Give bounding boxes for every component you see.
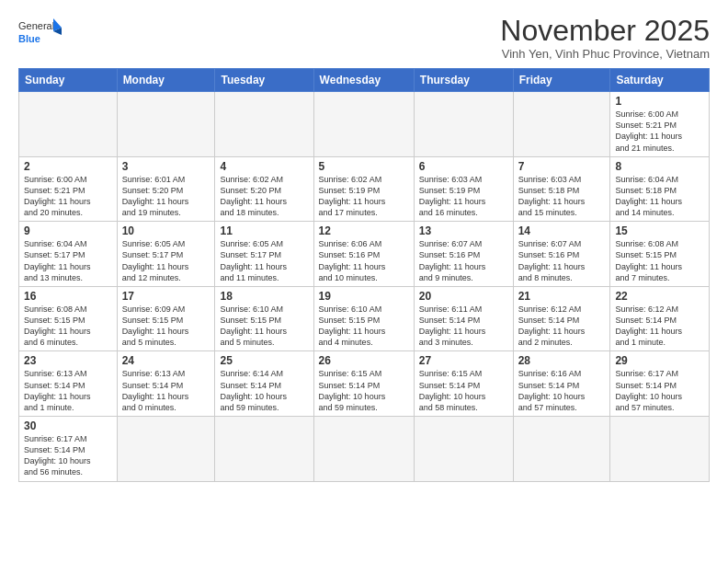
calendar-row-2: 2 Sunrise: 6:00 AMSunset: 5:21 PMDayligh…	[19, 156, 710, 222]
header: General Blue November 2025 Vinh Yen, Vin…	[18, 15, 710, 61]
calendar-row-3: 9 Sunrise: 6:04 AMSunset: 5:17 PMDayligh…	[19, 222, 710, 287]
day-25: 25 Sunrise: 6:14 AMSunset: 5:14 PMDaylig…	[215, 351, 313, 417]
empty-cell	[117, 92, 215, 157]
svg-text:General: General	[18, 20, 54, 31]
day-19: 19 Sunrise: 6:10 AMSunset: 5:15 PMDaylig…	[313, 286, 414, 351]
empty-cell	[117, 417, 215, 482]
day-9: 9 Sunrise: 6:04 AMSunset: 5:17 PMDayligh…	[19, 222, 118, 287]
header-sunday: Sunday	[19, 69, 118, 92]
day-14: 14 Sunrise: 6:07 AMSunset: 5:16 PMDaylig…	[513, 222, 610, 287]
empty-cell	[215, 92, 313, 157]
empty-cell	[414, 417, 513, 482]
day-22: 22 Sunrise: 6:12 AMSunset: 5:14 PMDaylig…	[610, 286, 710, 351]
day-29: 29 Sunrise: 6:17 AMSunset: 5:14 PMDaylig…	[610, 351, 710, 417]
location-subtitle: Vinh Yen, Vinh Phuc Province, Vietnam	[500, 47, 710, 61]
day-4: 4 Sunrise: 6:02 AMSunset: 5:20 PMDayligh…	[215, 156, 313, 222]
day-20: 20 Sunrise: 6:11 AMSunset: 5:14 PMDaylig…	[414, 286, 513, 351]
header-wednesday: Wednesday	[313, 69, 414, 92]
day-1: 1 Sunrise: 6:00 AMSunset: 5:21 PMDayligh…	[610, 92, 710, 157]
header-saturday: Saturday	[610, 69, 710, 92]
calendar-row-6: 30 Sunrise: 6:17 AMSunset: 5:14 PMDaylig…	[19, 417, 710, 482]
day-15: 15 Sunrise: 6:08 AMSunset: 5:15 PMDaylig…	[610, 222, 710, 287]
day-16: 16 Sunrise: 6:08 AMSunset: 5:15 PMDaylig…	[19, 286, 118, 351]
day-13: 13 Sunrise: 6:07 AMSunset: 5:16 PMDaylig…	[414, 222, 513, 287]
svg-text:Blue: Blue	[18, 33, 40, 44]
header-tuesday: Tuesday	[215, 69, 313, 92]
calendar-row-5: 23 Sunrise: 6:13 AMSunset: 5:14 PMDaylig…	[19, 351, 710, 417]
header-thursday: Thursday	[414, 69, 513, 92]
calendar-row-4: 16 Sunrise: 6:08 AMSunset: 5:15 PMDaylig…	[19, 286, 710, 351]
empty-cell	[19, 92, 118, 157]
day-24: 24 Sunrise: 6:13 AMSunset: 5:14 PMDaylig…	[117, 351, 215, 417]
title-block: November 2025 Vinh Yen, Vinh Phuc Provin…	[500, 15, 710, 61]
day-11: 11 Sunrise: 6:05 AMSunset: 5:17 PMDaylig…	[215, 222, 313, 287]
empty-cell	[313, 417, 414, 482]
calendar-row-1: 1 Sunrise: 6:00 AMSunset: 5:21 PMDayligh…	[19, 92, 710, 157]
month-title: November 2025	[500, 15, 710, 47]
day-23: 23 Sunrise: 6:13 AMSunset: 5:14 PMDaylig…	[19, 351, 118, 417]
day-18: 18 Sunrise: 6:10 AMSunset: 5:15 PMDaylig…	[215, 286, 313, 351]
day-21: 21 Sunrise: 6:12 AMSunset: 5:14 PMDaylig…	[513, 286, 610, 351]
empty-cell	[414, 92, 513, 157]
empty-cell	[513, 92, 610, 157]
day-10: 10 Sunrise: 6:05 AMSunset: 5:17 PMDaylig…	[117, 222, 215, 287]
calendar-table: Sunday Monday Tuesday Wednesday Thursday…	[18, 68, 710, 481]
day-12: 12 Sunrise: 6:06 AMSunset: 5:16 PMDaylig…	[313, 222, 414, 287]
empty-cell	[215, 417, 313, 482]
page: General Blue November 2025 Vinh Yen, Vin…	[0, 0, 728, 491]
weekday-header-row: Sunday Monday Tuesday Wednesday Thursday…	[19, 69, 710, 92]
day-3: 3 Sunrise: 6:01 AMSunset: 5:20 PMDayligh…	[117, 156, 215, 222]
day-26: 26 Sunrise: 6:15 AMSunset: 5:14 PMDaylig…	[313, 351, 414, 417]
day-27: 27 Sunrise: 6:15 AMSunset: 5:14 PMDaylig…	[414, 351, 513, 417]
day-7: 7 Sunrise: 6:03 AMSunset: 5:18 PMDayligh…	[513, 156, 610, 222]
header-friday: Friday	[513, 69, 610, 92]
header-monday: Monday	[117, 69, 215, 92]
day-5: 5 Sunrise: 6:02 AMSunset: 5:19 PMDayligh…	[313, 156, 414, 222]
day-17: 17 Sunrise: 6:09 AMSunset: 5:15 PMDaylig…	[117, 286, 215, 351]
logo: General Blue	[18, 15, 64, 53]
day-8: 8 Sunrise: 6:04 AMSunset: 5:18 PMDayligh…	[610, 156, 710, 222]
empty-cell	[610, 417, 710, 482]
day-28: 28 Sunrise: 6:16 AMSunset: 5:14 PMDaylig…	[513, 351, 610, 417]
empty-cell	[513, 417, 610, 482]
day-6: 6 Sunrise: 6:03 AMSunset: 5:19 PMDayligh…	[414, 156, 513, 222]
day-30: 30 Sunrise: 6:17 AMSunset: 5:14 PMDaylig…	[19, 417, 118, 482]
empty-cell	[313, 92, 414, 157]
generalblue-logo-icon: General Blue	[18, 15, 64, 53]
day-2: 2 Sunrise: 6:00 AMSunset: 5:21 PMDayligh…	[19, 156, 118, 222]
